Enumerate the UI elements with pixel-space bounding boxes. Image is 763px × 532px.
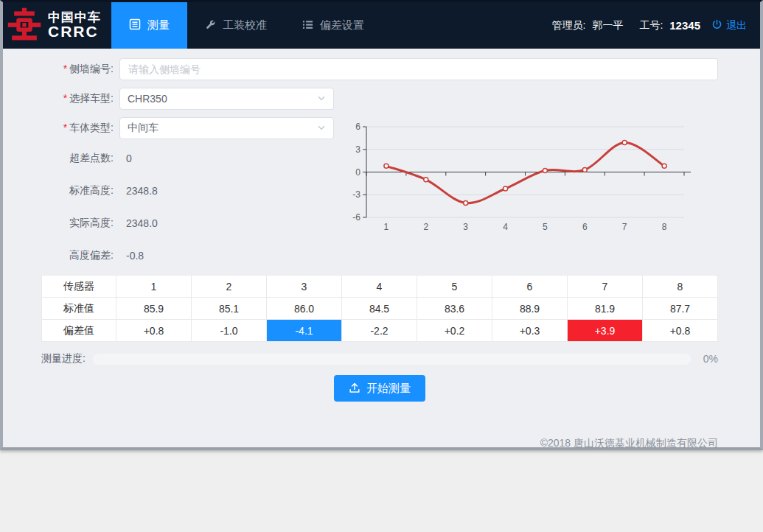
stat-height-deviation: 高度偏差: -0.8 [41,249,334,262]
brand-name-en: CRRC [48,24,101,40]
tab-deviation-settings[interactable]: 偏差设置 [285,2,382,49]
svg-text:2: 2 [423,222,428,232]
svg-text:3: 3 [355,144,360,155]
row-label-cell: 偏差值 [42,320,116,342]
table-cell: 7 [568,276,643,298]
brand-text: 中国中车 CRRC [48,11,101,41]
copyright-text: ©2018 唐山沃德基业机械制造有限公司 [41,437,718,458]
stat-over-tolerance: 超差点数: 0 [41,152,334,165]
stat-value: -0.8 [119,250,144,262]
deviation-line-chart: 630-3-612345678 [344,119,724,238]
svg-text:-3: -3 [352,189,360,200]
table-cell: 4 [342,276,417,298]
table-cell: 8 [643,276,718,298]
side-wall-input[interactable] [119,58,718,80]
svg-text:7: 7 [622,222,627,232]
body-type-select-value: 中间车 [128,122,158,135]
sensor-table: 传感器12345678标准值85.985.186.084.583.688.981… [41,275,718,342]
crrc-logo: 中国中车 CRRC [3,2,111,49]
svg-text:1: 1 [384,222,389,232]
table-cell: 3 [267,276,342,298]
svg-text:5: 5 [543,222,548,232]
table-cell: 1 [116,276,192,298]
stats-list: 超差点数: 0 标准高度: 2348.8 实际高度: 2348.0 高度偏差: … [41,152,334,262]
sensor-header-row: 传感器12345678 [42,276,718,298]
row-label-cell: 传感器 [42,276,116,298]
navbar-spacer [382,2,552,49]
start-measure-button[interactable]: 开始测量 [334,375,425,402]
table-cell: 5 [417,276,492,298]
stat-label: 标准高度: [41,184,114,197]
stat-label: 实际高度: [41,217,114,230]
table-cell: 84.5 [342,298,417,320]
table-cell: +0.3 [492,320,568,342]
tab-tooling-label: 工装校准 [223,18,267,32]
svg-text:3: 3 [463,222,468,232]
progress-bar [93,354,691,365]
svg-text:0: 0 [355,167,360,178]
table-cell: -2.2 [342,320,417,342]
svg-text:4: 4 [503,222,508,232]
power-icon [711,19,722,32]
stat-value: 0 [119,153,132,164]
table-cell: 85.9 [116,298,192,320]
progress-row: 测量进度: 0% [41,352,718,365]
table-cell: 86.0 [267,298,342,320]
progress-label: 测量进度: [41,352,86,365]
svg-text:6: 6 [582,222,588,232]
progress-percent: 0% [699,353,718,365]
user-info: 管理员: 郭一平 工号: 12345 退出 [552,2,761,49]
list-icon [302,19,313,32]
table-cell: -4.1 [267,320,342,342]
document-icon [129,18,141,32]
form-chart-columns: *选择车型: CHR350 *车体类型: 中间车 [41,88,718,262]
required-asterisk: * [63,122,67,133]
table-cell: +0.8 [116,320,192,342]
worker-id-label: 工号: [639,19,663,32]
body-type-label: *车体类型: [41,122,114,135]
app-window: 中国中车 CRRC 测量 [0,0,763,450]
table-cell: 83.6 [417,298,492,320]
body-type-row: *车体类型: 中间车 [41,117,334,139]
table-cell: +0.2 [417,320,492,342]
tab-tooling-calibration[interactable]: 工装校准 [187,2,285,49]
model-select[interactable]: CHR350 [119,88,334,110]
main-content: *侧墙编号: *选择车型: CHR350 *车体类型: [3,49,760,458]
svg-text:-6: -6 [352,212,360,223]
table-cell: +3.9 [568,320,643,342]
navbar: 中国中车 CRRC 测量 [3,2,760,49]
body-type-select[interactable]: 中间车 [119,117,334,139]
svg-text:8: 8 [662,222,667,232]
row-label-cell: 标准值 [42,298,116,320]
worker-id-value: 12345 [669,19,700,32]
table-cell: -1.0 [192,320,267,342]
button-row: 开始测量 [41,375,718,402]
tab-measure[interactable]: 测量 [111,2,187,49]
required-asterisk: * [63,92,67,104]
svg-text:6: 6 [355,122,360,132]
upload-icon [349,382,360,396]
stat-label: 超差点数: [41,152,114,165]
user-role-label: 管理员: [552,19,586,32]
user-name: 郭一平 [592,19,623,32]
stat-actual-height: 实际高度: 2348.0 [41,217,334,230]
crrc-emblem-icon [7,7,41,44]
logout-label: 退出 [726,19,747,32]
logout-button[interactable]: 退出 [711,19,747,32]
chart-column: 630-3-612345678 [344,88,724,238]
table-cell: 87.7 [643,298,718,320]
tab-measure-label: 测量 [147,18,170,32]
form-column: *选择车型: CHR350 *车体类型: 中间车 [41,88,334,262]
table-cell: 85.1 [192,298,267,320]
deviation-value-row: 偏差值+0.8-1.0-4.1-2.2+0.2+0.3+3.9+0.8 [42,320,718,342]
table-cell: 81.9 [568,298,643,320]
model-row: *选择车型: CHR350 [41,88,334,110]
table-cell: 2 [192,276,267,298]
required-asterisk: * [63,63,67,74]
start-measure-label: 开始测量 [366,382,411,396]
model-label: *选择车型: [41,92,114,105]
standard-value-row: 标准值85.985.186.084.583.688.981.987.7 [42,298,718,320]
nav-tabs: 测量 工装校准 [111,2,382,49]
stat-label: 高度偏差: [41,249,114,262]
stat-value: 2348.8 [119,185,158,197]
